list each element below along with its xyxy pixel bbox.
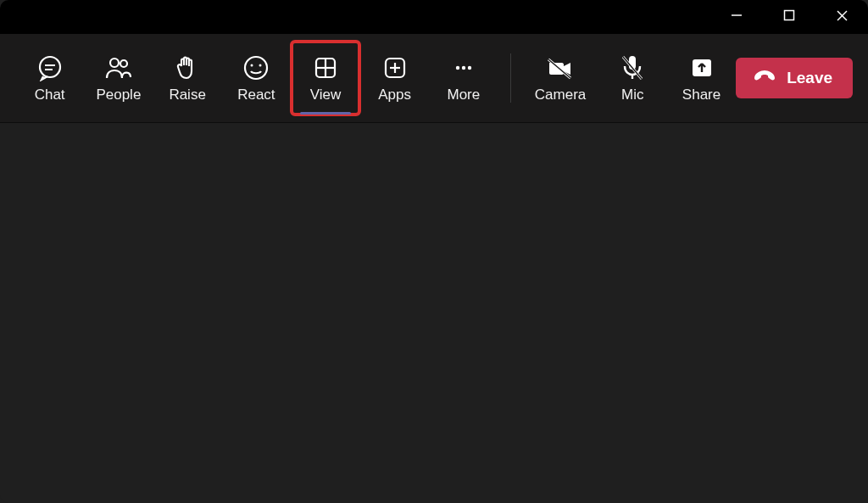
view-button[interactable]: View [293, 43, 358, 113]
more-button[interactable]: More [429, 44, 498, 112]
minimize-icon [731, 9, 743, 25]
hangup-icon [753, 68, 776, 89]
chat-button[interactable]: Chat [15, 44, 84, 112]
chat-icon [36, 53, 64, 83]
share-icon [689, 53, 715, 83]
mic-off-icon [619, 53, 646, 83]
people-button[interactable]: People [84, 44, 153, 112]
view-icon [313, 53, 338, 83]
share-label: Share [682, 87, 721, 103]
people-icon [104, 53, 133, 83]
svg-point-19 [462, 66, 465, 70]
view-label: View [310, 87, 342, 103]
meeting-content-area [0, 123, 868, 503]
svg-point-8 [120, 60, 127, 67]
annotation-highlight: View [290, 40, 361, 116]
svg-point-20 [468, 66, 471, 70]
leave-label: Leave [787, 69, 832, 87]
svg-point-9 [245, 57, 267, 79]
titlebar [0, 0, 868, 34]
window-maximize-button[interactable] [770, 3, 809, 31]
svg-point-4 [40, 57, 60, 77]
react-label: React [237, 87, 275, 103]
more-label: More [448, 87, 481, 103]
maximize-icon [783, 9, 796, 25]
apps-label: Apps [378, 87, 411, 103]
people-label: People [96, 87, 141, 103]
close-icon [836, 9, 849, 25]
camera-button[interactable]: Camera [522, 44, 598, 112]
react-button[interactable]: React [222, 44, 291, 112]
camera-label: Camera [535, 87, 586, 103]
mic-button[interactable]: Mic [598, 44, 667, 112]
svg-point-18 [456, 66, 459, 70]
meeting-toolbar: Chat People Raise React View Apps [0, 34, 868, 123]
raise-hand-icon [175, 53, 200, 83]
more-icon [451, 53, 476, 83]
raise-hand-button[interactable]: Raise [153, 44, 222, 112]
apps-button[interactable]: Apps [360, 44, 429, 112]
camera-off-icon [545, 53, 576, 83]
svg-rect-1 [784, 10, 793, 20]
share-button[interactable]: Share [667, 44, 736, 112]
raise-label: Raise [169, 87, 205, 103]
leave-button[interactable]: Leave [736, 58, 853, 98]
svg-point-10 [251, 64, 253, 67]
window-minimize-button[interactable] [717, 3, 756, 31]
active-indicator [300, 112, 351, 115]
chat-label: Chat [35, 87, 65, 103]
apps-icon [382, 53, 408, 83]
react-icon [242, 53, 270, 83]
window-close-button[interactable] [822, 3, 861, 31]
toolbar-divider [510, 53, 511, 103]
mic-label: Mic [621, 87, 643, 103]
svg-point-7 [110, 59, 119, 67]
svg-point-11 [259, 64, 262, 67]
